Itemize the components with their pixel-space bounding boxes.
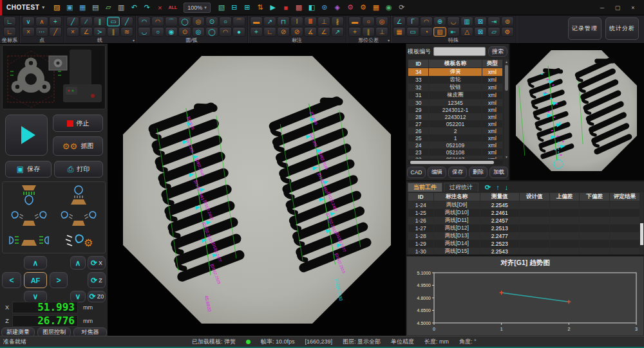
ribbon-tool-button[interactable]: ↗ (263, 17, 276, 26)
ribbon-tool-button[interactable]: ∥ (362, 27, 375, 37)
zero-z-button[interactable]: ⟳Z (88, 272, 106, 288)
ribbon-tool-button[interactable]: ⊠ (474, 17, 487, 26)
ribbon-tool-button[interactable]: ▬ (250, 17, 263, 26)
gear-icon[interactable]: ⚙ (357, 2, 369, 14)
main-camera-view[interactable]: [G15]45SV1.005[D9]2.2545[D10]2.2461[D11]… (108, 44, 406, 336)
zero-x-button[interactable]: ⟳X (88, 256, 106, 270)
ribbon-tool-button[interactable]: ▭ (107, 17, 120, 26)
app-menu-caret[interactable]: ▾ (42, 5, 44, 10)
template-row[interactable]: 22052107xml (408, 156, 503, 159)
save-template-button[interactable]: 保存 (448, 167, 467, 178)
globe-icon[interactable]: ◉ (383, 2, 395, 14)
ribbon-tool-button[interactable]: ▥ (460, 17, 473, 26)
capture-button[interactable]: ⚙⚙ 抓图 (53, 136, 103, 156)
ribbon-tool-button[interactable]: ∠ (393, 17, 406, 26)
ribbon-tool-button[interactable]: + (348, 27, 361, 37)
delete-icon[interactable]: × (154, 2, 166, 14)
template-row[interactable]: 3012345xml (408, 99, 503, 106)
side-light-right-button[interactable] (54, 206, 104, 228)
coaxial-light-button[interactable] (4, 183, 54, 206)
ribbon-tool-button[interactable]: ◠ (138, 17, 151, 26)
ribbon-tool-button[interactable]: ∠ (80, 27, 93, 37)
redo-icon[interactable]: ↷ (141, 2, 153, 14)
record-icon[interactable]: ■ (280, 2, 292, 14)
down-arrow-icon[interactable]: ↓ (505, 183, 509, 191)
ribbon-tool-button[interactable]: ◡ (138, 27, 151, 37)
measurement-row[interactable]: 1-28两线[D13]2.2477 (408, 232, 640, 240)
measurement-row[interactable]: 1-26两线[D11]2.2457 (408, 217, 640, 224)
print-button[interactable]: ⎙ 打印 (54, 161, 103, 178)
jog-up-button[interactable]: ∧ (24, 256, 47, 270)
ribbon-tool-button[interactable]: ╱ (49, 27, 62, 37)
ribbon-tool-button[interactable]: ≋ (120, 27, 133, 37)
measurement-row[interactable]: 1-30两线[D15]2.2543 (408, 248, 640, 254)
autofocus-button[interactable]: AF (24, 272, 47, 288)
minimize-button[interactable]: ─ (595, 3, 609, 13)
template-row[interactable]: 282243012xml (408, 113, 503, 120)
ribbon-tool-button[interactable]: ∨ (22, 17, 35, 26)
col-evaluation-result[interactable]: 评定结果 (610, 193, 640, 201)
template-row[interactable]: 262xml (408, 127, 503, 134)
ribbon-tool-button[interactable]: ∦ (331, 17, 344, 26)
col-template-name[interactable]: 模板名称 (429, 60, 482, 68)
save-all-icon[interactable]: ▦ (77, 2, 88, 14)
col-design-value[interactable]: 设计值 (519, 193, 549, 201)
jog-left-button[interactable]: < (2, 272, 21, 288)
ribbon-tool-button[interactable]: ∥ (107, 27, 120, 37)
col-type[interactable]: 类型 (482, 60, 502, 68)
refresh-icon[interactable]: ⟳ (485, 183, 491, 192)
ribbon-tool-button[interactable]: ⊥ (375, 27, 388, 37)
col-measured-value[interactable]: 测量值 (480, 193, 519, 201)
light-settings-button[interactable]: ⚙ (54, 229, 104, 252)
ribbon-tool-button[interactable]: ◉ (165, 27, 178, 37)
ribbon-tool-button[interactable]: ⊓ (277, 17, 290, 26)
template-row[interactable]: 292243012-1xml (408, 106, 503, 113)
delete-all-icon[interactable]: ALL (167, 2, 178, 14)
statistics-analysis-button[interactable]: 统计分析 (605, 17, 639, 40)
maximize-button[interactable]: ▢ (611, 3, 625, 13)
ribbon-tool-button[interactable]: ⊠ (474, 27, 487, 37)
template-row[interactable]: 32铰链xml (408, 84, 503, 91)
edit-icon[interactable]: ▱ (102, 2, 114, 14)
template-row[interactable]: 27052201xml (408, 120, 503, 127)
measurement-vertical-scrollbar[interactable] (640, 192, 643, 254)
up-arrow-icon[interactable]: ↑ (496, 183, 500, 191)
ribbon-tool-button[interactable]: ○ (219, 17, 232, 26)
ribbon-tool-button[interactable]: ● (232, 27, 245, 37)
ribbon-tool-button[interactable]: ▭ (406, 27, 419, 37)
ribbon-tool-button[interactable]: Ⅲ (304, 17, 317, 26)
delete-button[interactable]: 删除 (469, 167, 488, 178)
ring-light-button[interactable] (54, 183, 104, 206)
paste-icon[interactable]: ▥ (115, 2, 127, 14)
save-button[interactable]: ▣ 保存 (5, 161, 52, 178)
backlight-button[interactable] (4, 229, 54, 252)
save-icon[interactable]: ▣ (64, 2, 75, 14)
template-row[interactable]: 23052108xml (408, 149, 503, 156)
measurement-row[interactable]: 1-29两线[D14]2.2523 (408, 240, 640, 248)
ribbon-tool-button[interactable]: ◯ (205, 27, 218, 37)
ribbon-tool-button[interactable]: ↗ (331, 27, 344, 37)
ribbon-tool-button[interactable]: △ (460, 27, 473, 37)
ribbon-tool-button[interactable]: ◡ (447, 17, 460, 26)
folder-icon[interactable]: ▨ (51, 2, 62, 14)
ribbon-tool-button[interactable]: ∟ (263, 27, 276, 37)
jog-right-button[interactable]: > (50, 272, 68, 288)
template-row[interactable]: 34弹簧xml (408, 68, 503, 77)
chevron-down-icon[interactable]: ▾ (388, 38, 390, 42)
ribbon-tool-button[interactable]: ◎ (192, 17, 205, 26)
ribbon-tool-button[interactable]: ∟ (3, 17, 16, 26)
ribbon-tool-button[interactable]: ⚙ (501, 27, 514, 37)
side-light-left-button[interactable] (4, 206, 54, 228)
levels-icon[interactable]: ⇅ (254, 2, 266, 14)
template-horizontal-scrollbar[interactable] (408, 160, 503, 165)
shapes-icon[interactable]: ◈ (332, 2, 343, 14)
ribbon-tool-button[interactable]: ▱ (488, 27, 500, 37)
col-annotation-name[interactable]: 标注名称 (433, 193, 480, 201)
measurement-row[interactable]: 1-25两线[D10]2.2461 (408, 209, 640, 217)
col-lower-deviation[interactable]: 下偏差 (580, 193, 610, 201)
ribbon-tool-button[interactable]: ⇤ (447, 27, 460, 37)
ribbon-tool-button[interactable]: × (66, 27, 79, 37)
col-upper-deviation[interactable]: 上偏差 (549, 193, 580, 201)
template-search-input[interactable] (433, 47, 486, 56)
secondary-camera-view[interactable] (510, 44, 644, 180)
